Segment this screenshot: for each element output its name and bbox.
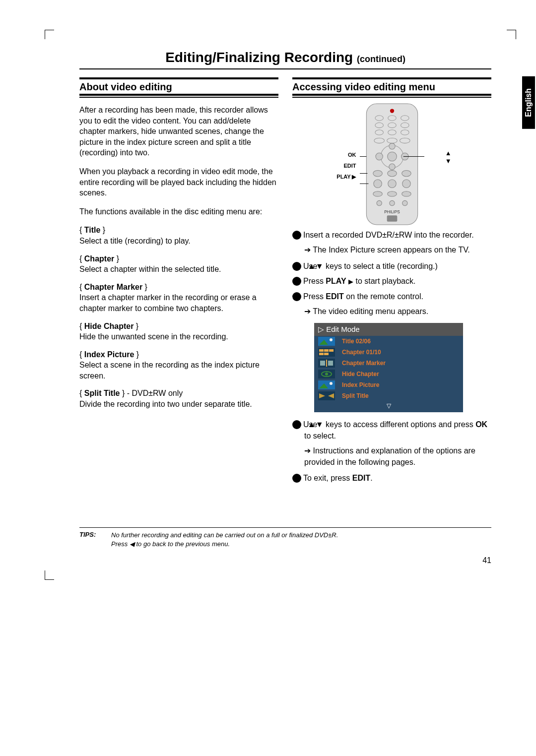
ok-label: OK	[475, 420, 487, 429]
item-label: Split Title	[342, 392, 369, 399]
up-down-icon: ▲▼	[320, 419, 324, 430]
intro-paragraph: After a recording has been made, this re…	[79, 105, 278, 158]
play-icon: ▶	[348, 278, 353, 285]
edit-row-index: Index Picture	[314, 379, 463, 390]
svg-rect-45	[319, 353, 324, 355]
svg-point-27	[387, 191, 397, 196]
item-label: Chapter Marker	[342, 360, 386, 367]
tips-block: TIPS: No further recording and editing c…	[79, 531, 491, 549]
function-desc: Insert a chapter marker in the recording…	[79, 293, 257, 313]
svg-point-16	[375, 153, 382, 160]
svg-rect-44	[329, 349, 334, 352]
crop-mark	[507, 30, 516, 39]
edit-row-marker: Chapter Marker	[314, 358, 463, 369]
split-title-icon	[318, 391, 335, 400]
language-tab: English	[522, 76, 535, 129]
left-triangle-icon: ◀	[130, 540, 134, 548]
step-num-icon: 6	[292, 474, 301, 483]
arrow-right-icon: ➔	[304, 307, 313, 315]
tips-rule	[79, 527, 491, 528]
step-4: 4Press EDIT on the remote control.	[292, 291, 491, 302]
function-desc: Divide the recording into two under sepa…	[79, 400, 252, 408]
step-num-icon: 2	[292, 262, 301, 271]
function-name: Split Title	[84, 389, 120, 397]
svg-text:PHILIPS: PHILIPS	[384, 210, 400, 214]
function-chapter: { Chapter } Select a chapter within the …	[79, 253, 278, 275]
svg-point-40	[330, 338, 333, 341]
crop-mark	[45, 570, 54, 580]
crop-mark	[45, 30, 54, 39]
chapter-marker-icon	[318, 359, 335, 368]
edit-label: EDIT	[326, 292, 343, 301]
svg-rect-33	[387, 215, 397, 221]
svg-rect-49	[328, 361, 333, 366]
step-num-icon: 5	[292, 420, 301, 429]
item-label: Chapter 01/10	[342, 349, 381, 356]
index-picture-icon	[318, 380, 335, 389]
svg-point-28	[402, 191, 411, 196]
down-arrow-icon: ▽	[314, 401, 463, 412]
edit-mode-panel: ▷ Edit Mode Title 02/06 Chapter 01/10 Ch…	[314, 323, 463, 412]
function-split-title: { Split Title } - DVD±RW only Divide the…	[79, 388, 278, 409]
hide-chapter-icon	[318, 370, 335, 378]
arrow-right-icon: ➔	[304, 246, 313, 254]
chapter-icon	[318, 348, 335, 357]
step-text-mid: keys to access different options and pre…	[324, 420, 476, 429]
tips-label: TIPS:	[79, 531, 111, 549]
up-down-icon: ▲▼	[320, 261, 324, 272]
svg-rect-43	[324, 349, 329, 352]
edit-panel-header: ▷ Edit Mode	[314, 323, 463, 336]
step-num-icon: 4	[292, 292, 301, 301]
heading-rule	[79, 77, 278, 80]
function-index-picture: { Index Picture } Select a scene in the …	[79, 349, 278, 381]
title-icon	[318, 337, 335, 346]
play-label: PLAY	[326, 277, 346, 285]
step-text-post: .	[370, 474, 372, 482]
heading-rule	[79, 94, 278, 97]
svg-rect-41	[318, 348, 335, 357]
svg-point-29	[377, 200, 382, 205]
heading-rule	[292, 94, 491, 97]
svg-point-20	[373, 170, 382, 176]
step-text-post: to start playback.	[353, 277, 415, 285]
tips-line1: No further recording and editing can be …	[111, 531, 338, 539]
svg-point-24	[388, 180, 396, 188]
step-sub-text: The video editing menu appears.	[313, 307, 428, 315]
step-1: 1Insert a recorded DVD±R/±RW into the re…	[292, 230, 491, 241]
playback-note: When you playback a recording in video e…	[79, 166, 278, 198]
function-suffix: - DVD±RW only	[125, 389, 183, 397]
function-hide-chapter: { Hide Chapter } Hide the unwanted scene…	[79, 321, 278, 342]
step-text-pre: Press	[303, 277, 326, 285]
edit-row-split: Split Title	[314, 390, 463, 401]
svg-point-21	[387, 170, 397, 176]
svg-point-30	[389, 200, 394, 205]
edit-panel-title: Edit Mode	[326, 325, 360, 333]
step-num-icon: 1	[292, 231, 301, 240]
edit-row-hide: Hide Chapter	[314, 369, 463, 379]
function-title: { Title } Select a title (recording) to …	[79, 225, 278, 246]
step-text-post: keys to select a title (recording.)	[324, 262, 438, 270]
play-label: PLAY ▶	[328, 171, 356, 182]
svg-point-31	[402, 200, 407, 205]
tips-line2-pre: Press	[111, 540, 130, 548]
step-text: Insert a recorded DVD±R/±RW into the rec…	[303, 231, 474, 239]
up-down-icon: ▲▼	[445, 149, 452, 165]
page-title-main: Editing/Finalizing Recording	[165, 50, 357, 65]
arrow-right-icon: ➔	[304, 446, 313, 455]
right-column: Accessing video editing menu OK EDIT PLA…	[292, 77, 491, 488]
manual-page: Editing/Finalizing Recording (continued)…	[0, 0, 536, 595]
svg-rect-48	[320, 361, 325, 366]
about-heading: About video editing	[79, 81, 278, 93]
svg-point-15	[387, 152, 397, 161]
item-label: Title 02/06	[342, 338, 371, 345]
function-chapter-marker: { Chapter Marker } Insert a chapter mark…	[79, 282, 278, 314]
function-desc: Select a chapter within the selected tit…	[79, 265, 221, 273]
function-name: Hide Chapter	[84, 322, 134, 330]
remote-illustration: OK EDIT PLAY ▶ ▲▼	[328, 103, 457, 226]
triangle-right-icon: ▷	[318, 325, 326, 333]
svg-point-1	[390, 109, 394, 113]
function-name: Index Picture	[84, 350, 134, 359]
edit-label: EDIT	[352, 474, 370, 482]
function-name: Chapter	[84, 254, 114, 263]
step-num-icon: 3	[292, 277, 301, 286]
